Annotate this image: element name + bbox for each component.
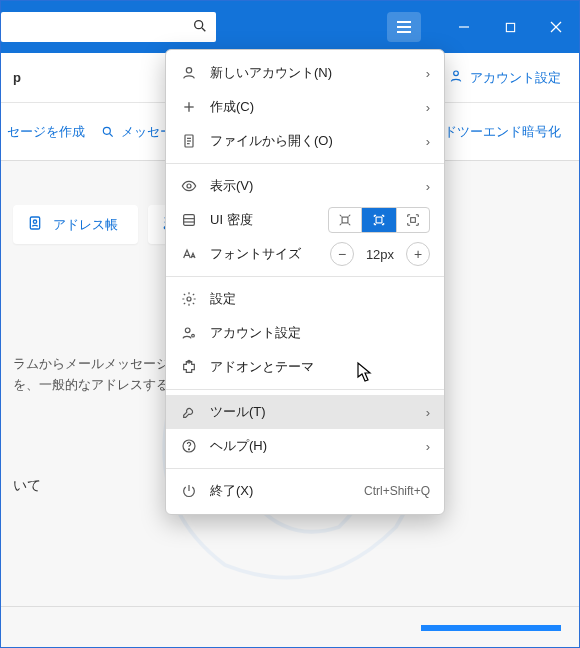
chevron-right-icon: ›	[426, 100, 430, 115]
chevron-right-icon: ›	[426, 66, 430, 81]
svg-rect-6	[506, 23, 514, 31]
minimize-button[interactable]	[441, 1, 487, 53]
svg-line-11	[110, 133, 113, 136]
toolbar-compose[interactable]: セージを作成	[7, 123, 85, 141]
app-menu: 新しいアカウント(N) › 作成(C) › ファイルから開く(O) › 表示(V…	[165, 49, 445, 515]
svg-rect-26	[342, 217, 348, 223]
page-title: p	[13, 70, 21, 85]
font-decrease-button[interactable]: −	[330, 242, 354, 266]
density-compact-button[interactable]	[328, 207, 362, 233]
svg-rect-28	[411, 218, 416, 223]
menu-font-size: フォントサイズ − 12px +	[166, 237, 444, 271]
menu-separator	[166, 389, 444, 390]
wrench-icon	[180, 403, 198, 421]
menu-separator	[166, 276, 444, 277]
font-icon	[180, 245, 198, 263]
menu-view[interactable]: 表示(V) ›	[166, 169, 444, 203]
svg-point-15	[186, 68, 191, 73]
menu-tools-label: ツール(T)	[210, 403, 414, 421]
window-controls	[441, 1, 579, 53]
address-book-icon	[27, 215, 43, 234]
menu-ui-density-label: UI 密度	[210, 211, 253, 229]
svg-point-22	[187, 184, 191, 188]
chevron-right-icon: ›	[426, 134, 430, 149]
e2e-label: ンドツーエンド暗号化	[431, 123, 561, 141]
gear-icon	[180, 290, 198, 308]
svg-point-30	[185, 328, 190, 333]
menu-ui-density: UI 密度	[166, 203, 444, 237]
toolbar-e2e[interactable]: ンドツーエンド暗号化	[431, 123, 561, 141]
chevron-right-icon: ›	[426, 179, 430, 194]
menu-help-label: ヘルプ(H)	[210, 437, 414, 455]
footer-divider	[1, 606, 579, 607]
menu-tools[interactable]: ツール(T) ›	[166, 395, 444, 429]
menu-font-size-label: フォントサイズ	[210, 245, 301, 263]
progress-bar	[421, 625, 561, 631]
menu-new[interactable]: 作成(C) ›	[166, 90, 444, 124]
compose-label: セージを作成	[7, 123, 85, 141]
density-touch-button[interactable]	[396, 207, 430, 233]
eye-icon	[180, 177, 198, 195]
svg-point-0	[195, 20, 203, 28]
gear-badge-icon	[448, 68, 464, 87]
menu-account-settings[interactable]: アカウント設定	[166, 316, 444, 350]
menu-settings-label: 設定	[210, 290, 430, 308]
font-size-value: 12px	[362, 247, 398, 262]
font-increase-button[interactable]: +	[406, 242, 430, 266]
chip-address-book-label: アドレス帳	[53, 216, 118, 234]
menu-separator	[166, 163, 444, 164]
menu-account-settings-label: アカウント設定	[210, 324, 430, 342]
menu-addons-label: アドオンとテーマ	[210, 358, 430, 376]
close-button[interactable]	[533, 1, 579, 53]
toolbar-search[interactable]: メッセー	[101, 123, 173, 141]
account-settings-link[interactable]: アカウント設定	[448, 68, 561, 87]
svg-line-1	[202, 28, 205, 31]
account-gear-icon	[180, 324, 198, 342]
svg-point-10	[103, 127, 110, 134]
menu-open-file-label: ファイルから開く(O)	[210, 132, 414, 150]
search-input[interactable]	[9, 12, 192, 42]
density-normal-button[interactable]	[362, 207, 396, 233]
menu-help[interactable]: ヘルプ(H) ›	[166, 429, 444, 463]
file-icon	[180, 132, 198, 150]
search-icon[interactable]	[192, 18, 208, 37]
menu-quit[interactable]: 終了(X) Ctrl+Shift+Q	[166, 474, 444, 508]
puzzle-icon	[180, 358, 198, 376]
account-icon	[180, 64, 198, 82]
chevron-right-icon: ›	[426, 439, 430, 454]
search-field-wrap[interactable]	[1, 12, 216, 42]
svg-point-9	[454, 71, 459, 76]
density-icon	[180, 211, 198, 229]
svg-rect-23	[184, 215, 195, 226]
title-bar	[1, 1, 579, 53]
menu-addons[interactable]: アドオンとテーマ	[166, 350, 444, 384]
chevron-right-icon: ›	[426, 405, 430, 420]
menu-new-account-label: 新しいアカウント(N)	[210, 64, 414, 82]
svg-point-29	[187, 297, 191, 301]
svg-point-31	[192, 334, 195, 337]
svg-point-13	[33, 220, 36, 223]
account-settings-label: アカウント設定	[470, 69, 561, 87]
menu-new-label: 作成(C)	[210, 98, 414, 116]
menu-open-file[interactable]: ファイルから開く(O) ›	[166, 124, 444, 158]
plus-icon	[180, 98, 198, 116]
menu-settings[interactable]: 設定	[166, 282, 444, 316]
svg-point-34	[188, 449, 189, 450]
power-icon	[180, 482, 198, 500]
maximize-button[interactable]	[487, 1, 533, 53]
menu-new-account[interactable]: 新しいアカウント(N) ›	[166, 56, 444, 90]
menu-view-label: 表示(V)	[210, 177, 414, 195]
chip-address-book[interactable]: アドレス帳	[13, 205, 138, 244]
help-icon	[180, 437, 198, 455]
menu-quit-shortcut: Ctrl+Shift+Q	[364, 484, 430, 498]
svg-rect-27	[376, 217, 382, 223]
menu-quit-label: 終了(X)	[210, 482, 352, 500]
app-menu-button[interactable]	[387, 12, 421, 42]
menu-separator	[166, 468, 444, 469]
